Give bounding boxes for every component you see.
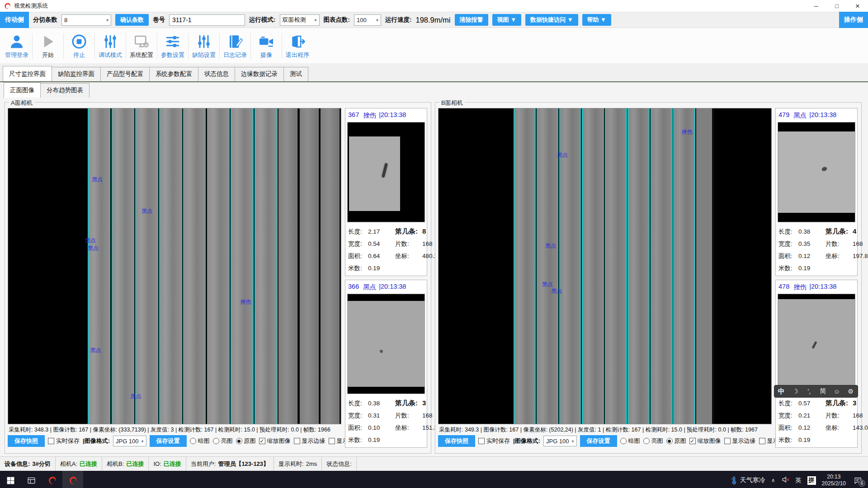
run-speed-value: 198.9m/mi: [416, 16, 451, 24]
save-snapshot-button[interactable]: 保存快照: [8, 435, 45, 447]
view-menu-button[interactable]: 视图 ▼: [492, 14, 521, 26]
input-language-indicator[interactable]: 英: [796, 476, 802, 484]
exit-icon: [289, 33, 306, 50]
strip-count-select[interactable]: 8 ▾: [61, 14, 111, 26]
save-settings-button[interactable]: 保存设置: [150, 435, 187, 447]
scale-image-checkbox[interactable]: 缩放图像: [259, 437, 291, 445]
defect-thumbnail[interactable]: [778, 122, 855, 222]
option-label: 实时保存: [56, 437, 80, 445]
notification-center-icon[interactable]: 6: [852, 474, 863, 486]
roll-number-input[interactable]: [169, 14, 245, 26]
realtime-save-checkbox[interactable]: 实时保存: [478, 437, 510, 445]
ribbon-item-debug-mode[interactable]: 调试模式: [95, 33, 125, 59]
defect-field: 坐标:: [826, 252, 853, 260]
tray-chevron-icon[interactable]: ∧: [771, 477, 775, 483]
ribbon-item-login[interactable]: 管理登录: [2, 33, 32, 59]
drive-side-button[interactable]: 传动侧: [0, 12, 29, 28]
scale-image-checkbox[interactable]: 缩放图像: [689, 437, 721, 445]
run-mode-select[interactable]: 双面检测 ▾: [280, 14, 320, 26]
save-settings-button[interactable]: 保存设置: [580, 435, 617, 447]
camera-b-image[interactable]: 挫伤黑点黑点黑点黑点: [438, 108, 772, 424]
camera-b-left-column: 挫伤黑点黑点黑点黑点 采集耗时: 349.3 | 图像计数: 167 | 像素坐…: [438, 108, 773, 453]
help-menu-button[interactable]: 帮助 ▼: [582, 14, 611, 26]
confirm-count-button[interactable]: 确认条数: [115, 14, 149, 26]
ime-punctuation-icon[interactable]: ’,: [804, 388, 814, 395]
defect-id: 478: [778, 283, 789, 291]
original-image-radio[interactable]: 原图: [666, 437, 686, 445]
ribbon-item-stop[interactable]: 停止: [64, 33, 94, 59]
camera-a-body: 黑点黑点黑点黑点挫伤黑点黑点 采集耗时: 348.3 | 图像计数: 167 |…: [5, 108, 431, 453]
taskbar-app-icon-active[interactable]: [62, 471, 83, 488]
original-image-radio[interactable]: 原图: [236, 437, 256, 445]
image-format-select[interactable]: JPG 100▾: [113, 436, 146, 446]
main-tab-0[interactable]: 尺寸监控界面: [3, 66, 52, 81]
ribbon-item-capture[interactable]: 摄像: [251, 33, 281, 59]
main-tab-2[interactable]: 产品型号配置: [100, 67, 150, 81]
checkbox-icon: [478, 438, 485, 444]
defect-time: |20:13:38: [379, 111, 406, 120]
defect-field: 168: [853, 240, 868, 247]
save-snapshot-button[interactable]: 保存快照: [438, 435, 475, 447]
ime-pinyin-badge[interactable]: 拼: [807, 476, 816, 485]
sub-tab-0[interactable]: 正面图像: [4, 82, 41, 98]
bright-image-radio[interactable]: 亮图: [213, 437, 233, 445]
ime-moon-icon[interactable]: ☽: [790, 388, 800, 395]
ime-emoji-icon[interactable]: ☺: [832, 388, 842, 395]
realtime-save-checkbox[interactable]: 实时保存: [48, 437, 80, 445]
ime-settings-gear-icon[interactable]: ⚙: [846, 388, 856, 395]
bright-image-radio[interactable]: 亮图: [643, 437, 663, 445]
defect-thumbnail[interactable]: [347, 122, 425, 222]
operate-side-button[interactable]: 操作侧: [839, 12, 868, 28]
clock[interactable]: 20:13 2025/2/10: [822, 474, 846, 487]
main-tab-6[interactable]: 测试: [283, 67, 308, 81]
main-tab-4[interactable]: 状态信息: [198, 67, 235, 81]
ribbon-item-system-config[interactable]: 系统配置: [127, 33, 156, 59]
defect-thumbnail[interactable]: [347, 294, 425, 394]
defect-field: 197.86: [853, 253, 868, 259]
taskbar-app-icon[interactable]: [42, 471, 62, 488]
ribbon-item-defect-settings[interactable]: 缺陷设置: [189, 33, 219, 59]
ime-simplified-charset-icon[interactable]: 简: [818, 387, 828, 395]
camera-a-image[interactable]: 黑点黑点黑点黑点挫伤黑点黑点: [8, 108, 341, 424]
image-format-select[interactable]: JPG 100▾: [543, 436, 577, 446]
weather-widget[interactable]: 天气寒冷: [730, 476, 765, 485]
window-title: 视觉检测系统: [14, 2, 48, 10]
ribbon-item-param-settings[interactable]: 参数设置: [158, 33, 188, 59]
defect-annotation: 黑点: [88, 244, 99, 252]
start-button[interactable]: [0, 471, 21, 488]
clear-alarm-button[interactable]: 清除报警: [455, 14, 488, 26]
volume-muted-icon[interactable]: [781, 475, 790, 485]
main-tab-5[interactable]: 边缘数据记录: [235, 67, 284, 81]
image-format-label: |图像格式:: [83, 437, 110, 445]
chart-points-select[interactable]: 100 ▾: [354, 14, 381, 26]
ribbon-item-label: 开始: [42, 51, 54, 59]
ribbon-item-log-record[interactable]: 日志记录: [220, 33, 250, 59]
minimize-button[interactable]: ─: [806, 0, 826, 12]
ribbon-item-label: 摄像: [260, 51, 272, 59]
sub-tab-1[interactable]: 分布趋势图表: [40, 83, 90, 98]
ribbon-item-start[interactable]: 开始: [33, 33, 63, 59]
application-window: 视觉检测系统 ─ □ ✕ 传动侧 分切条数 8 ▾ 确认条数 卷号 运行模式: …: [0, 0, 868, 488]
maximize-button[interactable]: □: [826, 0, 847, 12]
defect-field: 宽度:: [348, 240, 368, 248]
defect-type: 挫伤: [363, 111, 376, 120]
option-label: 实时保存: [486, 437, 510, 445]
clock-time: 20:13: [822, 474, 846, 480]
data-quick-access-button[interactable]: 数据快捷访问 ▼: [525, 14, 578, 26]
defect-card: 479黑点|20:13:38长度:0.38第几条:4宽度:0.35片数:168面…: [775, 108, 858, 276]
ribbon-item-exit-program[interactable]: 退出程序: [283, 33, 312, 59]
dark-image-radio[interactable]: 暗图: [190, 437, 210, 445]
ime-lang-chinese-indicator[interactable]: 中: [776, 387, 786, 396]
defect-mark: [382, 163, 388, 178]
divider: [250, 33, 251, 59]
dark-image-radio[interactable]: 暗图: [620, 437, 640, 445]
defect-thumbnail[interactable]: [778, 294, 855, 394]
defect-field: 片数:: [826, 240, 853, 248]
task-view-icon[interactable]: [21, 471, 42, 488]
show-edge-checkbox[interactable]: 显示边缘: [294, 437, 326, 445]
main-tab-3[interactable]: 系统参数配置: [149, 67, 198, 81]
main-tab-1[interactable]: 缺陷监控界面: [52, 67, 101, 81]
play-icon: [40, 33, 57, 50]
show-edge-checkbox[interactable]: 显示边缘: [724, 437, 756, 445]
close-button[interactable]: ✕: [847, 0, 868, 12]
